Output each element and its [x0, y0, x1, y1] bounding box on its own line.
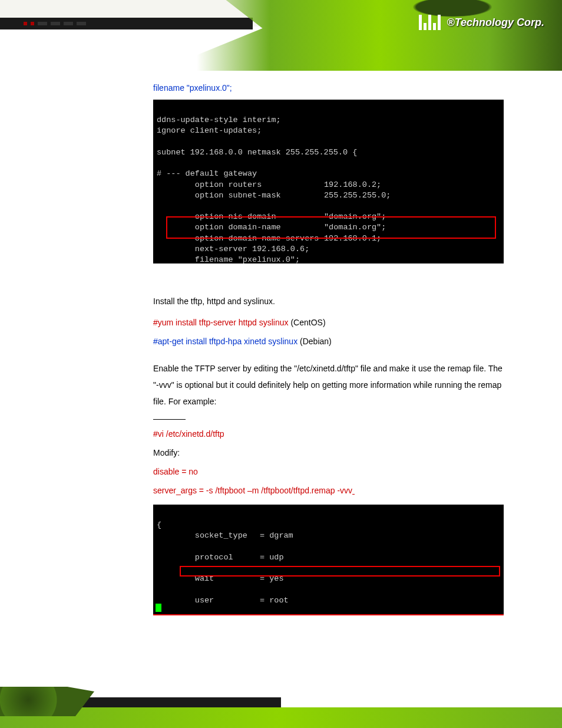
install-instruction: Install the tftp, httpd and syslinux.	[153, 293, 507, 309]
brand-logo: ®Technology Corp.	[419, 15, 544, 30]
header-decoration: ®Technology Corp.	[0, 0, 562, 71]
terminal-screenshot-xinetd: { socket_type= dgram protocol= udp wait=…	[153, 505, 504, 615]
brand-text: ®Technology Corp.	[447, 17, 544, 29]
modify-label: Modify:	[153, 444, 507, 461]
cmd-centos: #yum install tftp-server httpd syslinux …	[153, 314, 507, 331]
terminal-cursor-icon	[156, 604, 161, 612]
divider-short	[153, 419, 186, 420]
enable-tftp-paragraph: Enable the TFTP server by editing the "/…	[153, 360, 507, 410]
footer-decoration	[0, 687, 562, 728]
cmd-debian: #apt-get install tftpd-hpa xinetd syslin…	[153, 333, 507, 350]
disable-line: disable = no	[153, 463, 507, 480]
terminal-screenshot-dhcpd: ddns-update-style interim; ignore client…	[153, 100, 504, 263]
cmd-vi: #vi /etc/xinetd.d/tftp	[153, 426, 507, 442]
server-args-line: server_args = -s /tftpboot –m /tftpboot/…	[153, 482, 507, 499]
filename-statement: filename "pxelinux.0";	[153, 80, 507, 96]
document-body: filename "pxelinux.0"; ddns-update-style…	[153, 80, 507, 615]
